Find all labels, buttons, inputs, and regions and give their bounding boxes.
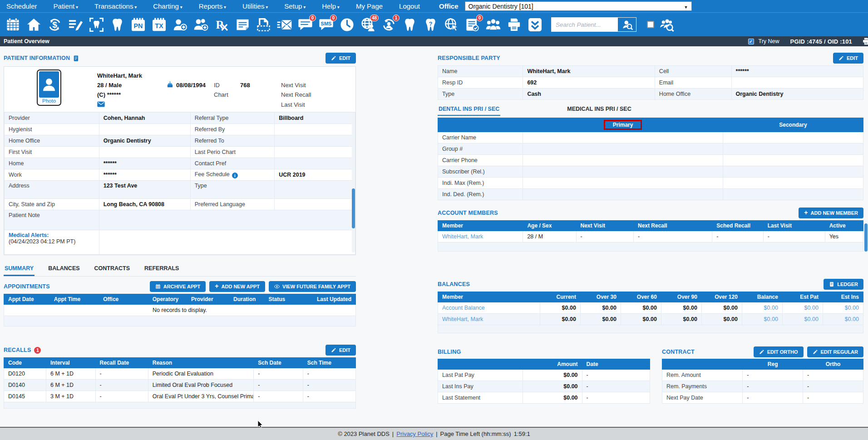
menu-scheduler[interactable]: Scheduler: [6, 2, 37, 10]
table-row: Subscriber (Rel.): [438, 166, 863, 178]
patient-notes-icon[interactable]: [73, 55, 79, 62]
menu-help[interactable]: Help: [322, 2, 340, 10]
menu-patient[interactable]: Patient: [54, 2, 79, 10]
table-row: Indi. Max (Rem.): [438, 178, 863, 189]
email-envelope-icon[interactable]: [97, 101, 105, 107]
online-patients-icon[interactable]: 48: [360, 15, 376, 34]
chat-icon[interactable]: 0: [297, 15, 314, 34]
privacy-policy-link[interactable]: Privacy Policy: [396, 430, 433, 437]
patient-search-button[interactable]: [618, 18, 636, 31]
table-row: WhiteHart, Mark 28 / M- -- -Yes: [438, 231, 863, 242]
page-scrollbar-thumb[interactable]: [864, 223, 868, 252]
tab-summary[interactable]: SUMMARY: [4, 263, 35, 276]
archive-appt-button[interactable]: ARCHIVE APPT: [150, 281, 206, 292]
tooth-icon[interactable]: [401, 15, 418, 34]
payments-icon[interactable]: [46, 15, 63, 34]
table-row: Resp ID692 Email: [438, 77, 863, 89]
table-row: First Visit Last Perio Chart: [5, 147, 355, 158]
patient-dob: 08/08/1994: [176, 82, 206, 89]
menu-charting[interactable]: Charting: [153, 2, 182, 10]
appointments-filler: [4, 316, 356, 326]
table-row: Home OfficeOrganic Dentistry Referred To: [5, 135, 355, 147]
tab-dental-ins[interactable]: DENTAL INS PRI / SEC: [438, 104, 500, 116]
menu-reports[interactable]: Reports: [199, 2, 226, 10]
schedule-calendar-icon[interactable]: [5, 15, 21, 34]
print-page-icon[interactable]: [861, 37, 868, 45]
menu-logout[interactable]: Logout: [399, 2, 420, 10]
notes-icon[interactable]: [234, 15, 251, 34]
member-link[interactable]: WhiteHart, Mark: [438, 231, 523, 242]
collapse-toolbar-icon[interactable]: [527, 15, 543, 34]
table-row: Ind. Ded. (Rem.): [438, 189, 863, 200]
family-file-icon[interactable]: [485, 15, 502, 34]
edit-regular-button[interactable]: EDIT REGULAR: [807, 346, 864, 357]
add-responsible-party-icon[interactable]: [192, 15, 209, 34]
balance-member-link[interactable]: WhiteHart, Mark: [438, 314, 540, 325]
mail-merge-icon[interactable]: [276, 15, 293, 34]
ledger-button[interactable]: LEDGER: [824, 279, 863, 290]
restorative-chart-icon[interactable]: [109, 15, 126, 34]
table-row: Medical Alerts: (04/24/2023 04:12 PM PT): [5, 230, 355, 255]
members-filler: [438, 242, 863, 252]
family-search-icon[interactable]: [658, 15, 675, 34]
balance-member-link[interactable]: Account Balance: [438, 302, 540, 314]
home-icon[interactable]: [25, 15, 42, 34]
next-visit-label: Next Visit: [281, 82, 306, 89]
perio-chart-icon[interactable]: [88, 15, 105, 34]
try-new-checkbox[interactable]: [748, 39, 754, 44]
pencil-icon: [331, 347, 336, 353]
billing-title: BILLING: [438, 349, 461, 355]
main-content: PATIENT INFORMATION EDIT Photo WhiteHart…: [0, 46, 868, 427]
sms-badge: 0: [330, 15, 337, 21]
tasks-icon[interactable]: 0: [464, 15, 481, 34]
print-icon[interactable]: [506, 15, 523, 34]
treatment-notes-icon[interactable]: [151, 15, 168, 34]
table-row: D01206 M + 1D -Periodic Oral Evaluation …: [4, 368, 356, 380]
menu-setup[interactable]: Setup: [284, 2, 306, 10]
prescriptions-icon[interactable]: [213, 15, 230, 34]
table-row: D01453 M + 1D -Oral Eval Pt Under 3 Yrs,…: [4, 391, 356, 402]
tab-contracts[interactable]: CONTRACTS: [94, 263, 131, 276]
patient-information-title: PATIENT INFORMATION: [4, 55, 70, 61]
tab-balances[interactable]: BALANCES: [47, 263, 80, 276]
tab-referrals[interactable]: REFERRALS: [143, 263, 180, 276]
edit-ortho-button[interactable]: EDIT ORTHO: [754, 346, 804, 357]
responsible-party-table: NameWhiteHart, Mark Cell****** Resp ID69…: [438, 65, 863, 100]
office-select[interactable]: Organic Dentistry [101]: [465, 1, 692, 11]
edit-recalls-button[interactable]: EDIT: [326, 345, 356, 356]
patient-photo[interactable]: Photo: [37, 69, 61, 106]
add-patient-icon[interactable]: [172, 15, 188, 34]
view-future-family-appt-button[interactable]: VIEW FUTURE FAMILY APPT: [269, 281, 356, 292]
toolbar-checkbox[interactable]: [647, 21, 654, 28]
scan-documents-icon[interactable]: [255, 15, 272, 34]
primary-column-highlight: Primary: [604, 120, 642, 130]
time-clock-icon[interactable]: [339, 15, 355, 34]
add-new-member-button[interactable]: ADD NEW MEMBER: [799, 208, 863, 218]
menu-utilities[interactable]: Utilities: [242, 2, 268, 10]
scrollbar-thumb[interactable]: [352, 188, 355, 228]
next-recall-label: Next Recall: [281, 91, 311, 98]
edit-patient-button[interactable]: EDIT: [326, 53, 356, 64]
footer-separator: |: [392, 430, 394, 437]
patient-card-scrollbar[interactable]: [352, 113, 355, 252]
add-new-appt-button[interactable]: ADD NEW APPT: [209, 281, 265, 292]
tooth-question-icon[interactable]: [422, 15, 439, 34]
web-access-icon[interactable]: [443, 15, 460, 34]
patient-sync-icon[interactable]: 1: [380, 15, 397, 34]
sms-icon[interactable]: 0: [318, 15, 335, 34]
chat-badge: 0: [309, 15, 316, 21]
recalls-badge: 1: [34, 347, 41, 354]
info-icon[interactable]: [232, 173, 238, 178]
account-members-title: ACCOUNT MEMBERS: [438, 210, 498, 216]
edit-responsible-party-button[interactable]: EDIT: [833, 53, 863, 64]
tab-medical-ins[interactable]: MEDICAL INS PRI / SEC: [566, 104, 632, 116]
table-row: Address123 Test Ave Type: [5, 181, 355, 199]
ledger-doc-icon: [829, 282, 834, 287]
menu-transactions[interactable]: Transactions: [94, 2, 137, 10]
treatment-plan-icon[interactable]: [67, 15, 84, 34]
progress-notes-icon[interactable]: [130, 15, 147, 34]
contract-title: CONTRACT: [662, 349, 695, 355]
menu-my-page[interactable]: My Page: [356, 2, 383, 10]
responsible-party-title: RESPONSIBLE PARTY: [438, 55, 500, 61]
search-patient-input[interactable]: [552, 18, 618, 31]
